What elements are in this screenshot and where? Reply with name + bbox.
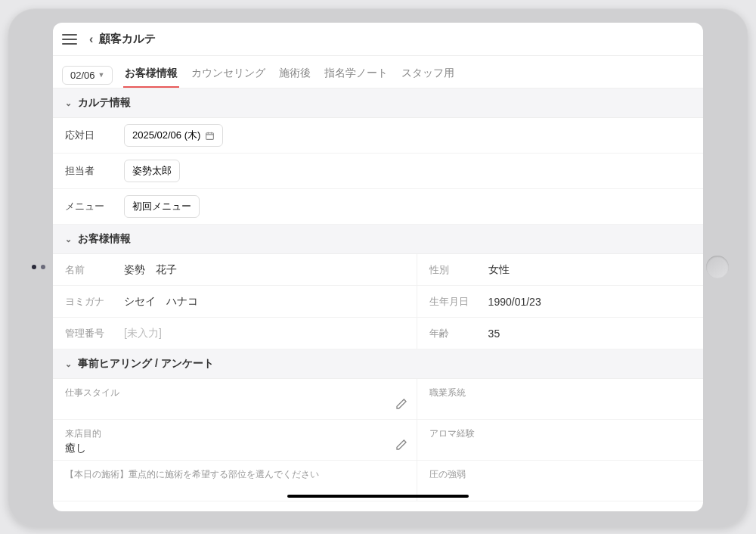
label-purpose: 来店目的 <box>65 427 404 440</box>
row-name: 名前 姿勢 花子 <box>53 254 417 286</box>
value-age: 35 <box>488 328 500 340</box>
tab-staff[interactable]: スタッフ用 <box>400 62 456 88</box>
input-staff[interactable]: 姿勢太郎 <box>124 160 180 182</box>
row-dob: 生年月日 1990/01/23 <box>417 286 703 318</box>
row-occupation: 職業系統 <box>417 379 703 420</box>
row-age: 年齢 35 <box>417 318 703 349</box>
chevron-down-icon: ▼ <box>98 71 105 79</box>
row-aroma: アロマ経験 <box>417 420 703 461</box>
menu-value: 初回メニュー <box>132 200 191 213</box>
tablet-home-button[interactable] <box>706 256 729 278</box>
customer-info-grid: 名前 姿勢 花子 ヨミガナ シセイ ハナコ 管理番号 [未入力] 性別 <box>53 254 703 349</box>
date-select-value: 02/06 <box>70 70 95 81</box>
row-purpose: 来店目的 癒し <box>53 420 417 461</box>
calendar-icon <box>205 131 215 141</box>
edit-work-style-button[interactable] <box>395 398 407 413</box>
hamburger-icon[interactable] <box>62 34 77 45</box>
label-work-style: 仕事スタイル <box>65 387 404 399</box>
tab-customer-info[interactable]: お客様情報 <box>123 62 179 88</box>
tabs-row: 02/06 ▼ お客様情報 カウンセリング 施術後 指名学ノート スタッフ用 <box>53 56 703 88</box>
label-dob: 生年月日 <box>429 295 488 309</box>
label-today-treatment: 【本日の施術】重点的に施術を希望する部位を選んでください <box>65 468 404 481</box>
label-response-date: 応対日 <box>65 129 124 142</box>
label-staff: 担当者 <box>65 164 124 178</box>
scroll-area[interactable]: 02/06 ▼ お客様情報 カウンセリング 施術後 指名学ノート スタッフ用 ⌄… <box>53 56 703 511</box>
value-dob: 1990/01/23 <box>488 296 541 308</box>
value-kana: シセイ ハナコ <box>124 295 198 309</box>
row-work-style: 仕事スタイル <box>53 379 417 420</box>
section-customer-title: お客様情報 <box>78 232 131 246</box>
tab-counseling[interactable]: カウンセリング <box>190 62 267 88</box>
label-menu: メニュー <box>65 200 124 213</box>
chevron-down-icon: ⌄ <box>65 98 72 108</box>
label-pressure: 圧の強弱 <box>429 468 691 481</box>
label-age: 年齢 <box>429 327 488 340</box>
app-header: ‹ 顧客カルテ <box>53 23 703 56</box>
back-chevron-icon[interactable]: ‹ <box>89 33 93 46</box>
label-kana: ヨミガナ <box>65 295 124 309</box>
value-gender: 女性 <box>488 263 510 277</box>
chevron-down-icon: ⌄ <box>65 234 72 244</box>
tab-after-treatment[interactable]: 施術後 <box>277 62 312 88</box>
row-id: 管理番号 [未入力] <box>53 318 417 349</box>
value-id-placeholder: [未入力] <box>124 327 162 340</box>
staff-value: 姿勢太郎 <box>132 164 172 178</box>
label-aroma: アロマ経験 <box>429 427 691 440</box>
label-name: 名前 <box>65 263 124 277</box>
section-karte-title: カルテ情報 <box>78 96 131 110</box>
hearing-grid: 仕事スタイル 来店目的 癒し 【本日の施術】重点的 <box>53 379 703 501</box>
value-name: 姿勢 花子 <box>124 263 177 277</box>
row-menu: メニュー 初回メニュー <box>53 189 703 225</box>
pencil-icon <box>395 398 407 410</box>
svg-rect-0 <box>206 132 214 139</box>
chevron-down-icon: ⌄ <box>65 359 72 369</box>
home-indicator[interactable] <box>287 495 469 498</box>
label-id: 管理番号 <box>65 327 124 340</box>
tab-notebook[interactable]: 指名学ノート <box>323 62 389 88</box>
page-title: 顧客カルテ <box>99 32 156 46</box>
input-response-date[interactable]: 2025/02/06 (木) <box>124 124 223 147</box>
row-staff: 担当者 姿勢太郎 <box>53 154 703 189</box>
section-hearing-title: 事前ヒアリング / アンケート <box>78 357 214 371</box>
date-select[interactable]: 02/06 ▼ <box>62 66 113 85</box>
tablet-camera <box>32 265 45 269</box>
label-occupation: 職業系統 <box>429 387 691 399</box>
section-hearing-header[interactable]: ⌄ 事前ヒアリング / アンケート <box>53 349 703 379</box>
section-customer-header[interactable]: ⌄ お客様情報 <box>53 225 703 254</box>
row-gender: 性別 女性 <box>417 254 703 286</box>
row-response-date: 応対日 2025/02/06 (木) <box>53 118 703 154</box>
pencil-icon <box>395 439 407 451</box>
edit-purpose-button[interactable] <box>395 439 407 454</box>
response-date-value: 2025/02/06 (木) <box>132 129 200 142</box>
value-purpose: 癒し <box>65 442 404 455</box>
label-gender: 性別 <box>429 263 488 277</box>
input-menu[interactable]: 初回メニュー <box>124 195 200 218</box>
row-kana: ヨミガナ シセイ ハナコ <box>53 286 417 318</box>
section-karte-header[interactable]: ⌄ カルテ情報 <box>53 88 703 118</box>
